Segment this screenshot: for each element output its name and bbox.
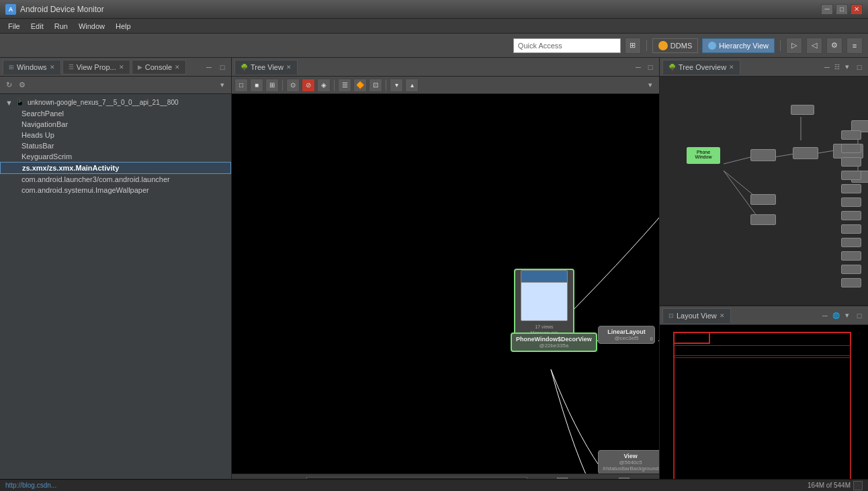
titlebar: A Android Device Monitor ─ □ ✕ — [0, 0, 868, 19]
center-tb-2[interactable]: ■ — [250, 79, 263, 92]
tab-console[interactable]: ▶ Console ✕ — [132, 60, 186, 75]
mini-node-r4 — [841, 171, 861, 180]
mini-node-r10 — [841, 251, 861, 261]
right-top-panel: 🌳 Tree Overview ✕ ─ ☷ ▾ □ — [660, 58, 868, 306]
mini-node-phone: PhoneWindow — [687, 147, 720, 164]
tree-item-mainactivity[interactable]: zs.xmx/zs.xmx.MainActivity — [0, 162, 231, 174]
tab-tree-overview-close[interactable]: ✕ — [729, 64, 734, 71]
left-panel-tabs: ⊞ Windows ✕ ☰ View Prop... ✕ ▶ Console ✕… — [0, 58, 231, 77]
layout-main-area — [673, 357, 851, 491]
ddms-label: DDMS — [670, 42, 692, 50]
tab-viewprop-label: View Prop... — [77, 63, 116, 71]
center-tb-1[interactable]: □ — [234, 79, 248, 92]
left-toolbar-menu[interactable]: ▾ — [216, 79, 228, 91]
left-panel-toolbar: ↻ ⚙ ▾ — [0, 77, 231, 94]
tab-windows-close[interactable]: ✕ — [50, 64, 55, 71]
tab-layout-view[interactable]: ⊡ Layout View ✕ — [662, 308, 731, 323]
center-tb-down[interactable]: ▾ — [390, 79, 403, 92]
center-toolbar-menu[interactable]: ▾ — [644, 79, 656, 91]
tree-root-device[interactable]: ▼ 📱 unknown-google_nexus_7__5_0_0__api_2… — [0, 97, 231, 108]
mini-node-r9 — [841, 238, 861, 247]
menu-help[interactable]: Help — [110, 21, 136, 32]
tree-root-label: unknown-google_nexus_7__5_0_0__api_21__8… — [28, 99, 179, 106]
mini-node-r8 — [841, 224, 861, 234]
status-bar: http://blog.csdn... 164M of 544M — [0, 479, 868, 491]
panel-maximize-btn[interactable]: □ — [216, 61, 228, 73]
window-controls: ─ □ ✕ — [821, 4, 863, 15]
device-tree: ▼ 📱 unknown-google_nexus_7__5_0_0__api_2… — [0, 94, 231, 482]
tab-layout-label: Layout View — [677, 312, 717, 320]
node-linearlayout-title: LinearLayout — [603, 328, 650, 335]
tab-treeview[interactable]: 🌳 Tree View ✕ — [234, 60, 298, 75]
tab-console-close[interactable]: ✕ — [175, 64, 180, 71]
center-minimize-btn[interactable]: ─ — [632, 61, 644, 73]
tab-view-prop[interactable]: ☰ View Prop... ✕ — [62, 60, 130, 75]
ddms-button[interactable]: DDMS — [652, 38, 698, 53]
tree-item-keyguardscrim[interactable]: KeyguardScrim — [0, 151, 231, 162]
center-maximize-btn[interactable]: □ — [644, 61, 656, 73]
node-view-statusbar-title: View — [603, 453, 658, 459]
center-tb-4[interactable]: ⊙ — [286, 79, 300, 92]
tree-node-view-statusbar[interactable]: View @5640c5 #/statusBarBackground 1 — [598, 450, 659, 474]
center-tb-7[interactable]: 🔶 — [353, 79, 367, 92]
tree-item-imagewallpaper[interactable]: com.android.systemui.ImageWallpaper — [0, 185, 231, 195]
toolbar-btn-4[interactable]: ⚙ — [826, 38, 842, 54]
toolbar-btn-5[interactable]: ≡ — [847, 38, 863, 54]
hierarchy-view-button[interactable]: Hierarchy View — [702, 38, 775, 53]
layout-menu-btn[interactable]: ▾ — [841, 310, 853, 322]
status-link[interactable]: http://blog.csdn... — [5, 482, 56, 489]
tab-windows[interactable]: ⊞ Windows ✕ — [3, 60, 61, 75]
tree-node-linearlayout[interactable]: LinearLayout @cec3ef5 6 — [598, 326, 655, 344]
center-tb-3[interactable]: ⊞ — [265, 79, 279, 92]
right-bottom-panel: ⊡ Layout View ✕ ─ 🌐 ▾ □ — [660, 306, 868, 491]
tab-tree-overview[interactable]: 🌳 Tree Overview ✕ — [662, 60, 740, 75]
toolbar-btn-2[interactable]: ▷ — [786, 38, 802, 54]
center-tb-6[interactable]: ☰ — [338, 79, 351, 92]
app-title: Android Device Monitor — [20, 5, 821, 14]
mini-node-r6 — [841, 197, 861, 207]
toolbar-btn-1[interactable]: ⊞ — [625, 38, 641, 54]
layout-maximize-btn[interactable]: □ — [853, 310, 865, 322]
tree-overview-canvas: PhoneWindow — [660, 77, 868, 305]
right-top-menu[interactable]: ▾ — [841, 61, 853, 73]
menu-window[interactable]: Window — [73, 21, 110, 32]
tab-layout-close[interactable]: ✕ — [720, 312, 725, 319]
maximize-button[interactable]: □ — [836, 4, 848, 15]
refresh-btn[interactable]: ↻ — [3, 79, 15, 91]
tree-item-navigationbar[interactable]: NavigationBar — [0, 119, 231, 130]
toolbar-btn-3[interactable]: ◁ — [806, 38, 822, 54]
layout-minimize-btn[interactable]: ─ — [819, 310, 831, 322]
node-view-statusbar-count: 1 — [658, 466, 659, 472]
center-tb-5[interactable]: ◈ — [317, 79, 331, 92]
close-button[interactable]: ✕ — [851, 4, 863, 15]
tab-treeview-label: Tree View — [251, 63, 284, 71]
mini-node-r1 — [841, 130, 861, 140]
quick-access-box[interactable]: Quick Access — [513, 38, 621, 53]
menu-edit[interactable]: Edit — [26, 21, 49, 32]
node-view-statusbar-id: @5640c5 — [603, 459, 658, 465]
center-tb-8[interactable]: ⊡ — [369, 79, 382, 92]
tree-item-launcher[interactable]: com.android.launcher3/com.android.launch… — [0, 174, 231, 185]
tree-node-phonewindow[interactable]: PhoneWindow$DecorView @22be335a — [511, 332, 597, 352]
center-tb-stop[interactable]: ⊘ — [302, 79, 315, 92]
svg-line-6 — [774, 154, 794, 157]
center-tb-up[interactable]: ▴ — [405, 79, 419, 92]
main-layout: ⊞ Windows ✕ ☰ View Prop... ✕ ▶ Console ✕… — [0, 58, 868, 491]
menu-file[interactable]: File — [3, 21, 26, 32]
menu-run[interactable]: Run — [49, 21, 73, 32]
panel-minimize-btn[interactable]: ─ — [203, 61, 215, 73]
tab-treeview-close[interactable]: ✕ — [286, 64, 292, 71]
tab-viewprop-close[interactable]: ✕ — [119, 64, 124, 71]
tree-item-headsup[interactable]: Heads Up — [0, 130, 231, 140]
tree-item-statusbar[interactable]: StatusBar — [0, 140, 231, 151]
minimize-button[interactable]: ─ — [821, 4, 833, 15]
tree-item-searchpanel[interactable]: SearchPanel — [0, 108, 231, 119]
tree-canvas: 17 viewsMeasure: n/aLayout: n/aDraw: n/a… — [232, 94, 659, 474]
right-top-maximize[interactable]: □ — [853, 61, 865, 73]
right-top-tabs: 🌳 Tree Overview ✕ ─ ☷ ▾ □ — [660, 58, 868, 77]
mini-node-linear — [750, 149, 776, 161]
mini-node-r2 — [841, 144, 861, 153]
right-top-minimize[interactable]: ─ — [821, 61, 833, 73]
filter-btn[interactable]: ⚙ — [16, 79, 28, 91]
status-icon — [853, 481, 863, 490]
